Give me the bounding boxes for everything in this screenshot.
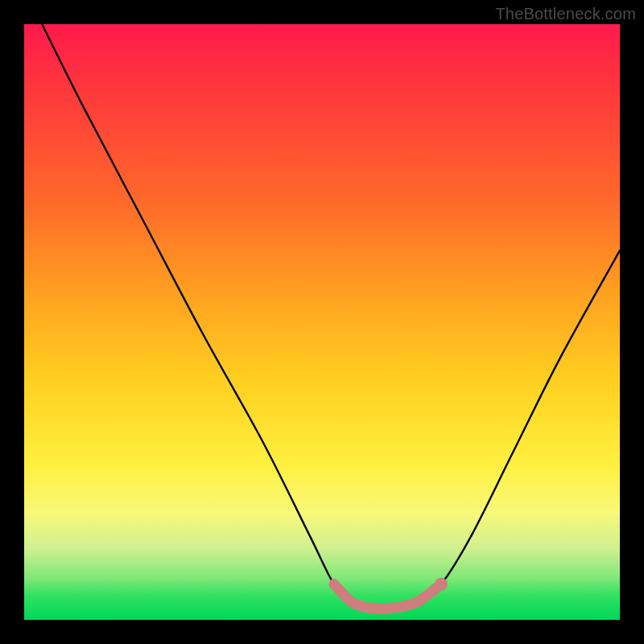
plot-area [24, 24, 620, 620]
watermark-text: TheBottleneck.com [495, 5, 636, 23]
flat-highlight-path [334, 584, 441, 609]
curve-layer [24, 24, 620, 620]
chart-frame: TheBottleneck.com [0, 0, 644, 644]
bottleneck-curve-path [42, 24, 620, 609]
flat-highlight-end-dot [435, 578, 448, 591]
